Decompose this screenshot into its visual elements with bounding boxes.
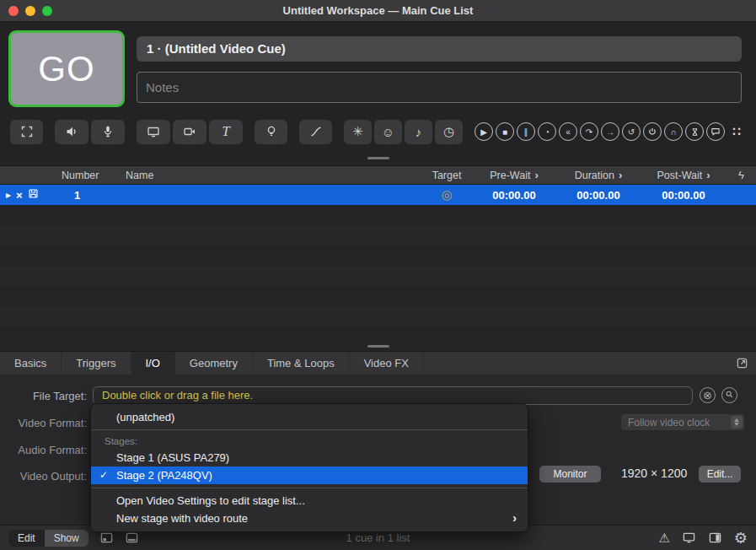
column-name[interactable]: Name bbox=[118, 170, 421, 181]
arrow-right-icon: → bbox=[606, 127, 614, 137]
upper-pane-splitter[interactable] bbox=[0, 150, 756, 165]
chevron-right-icon[interactable]: › bbox=[619, 169, 622, 181]
tab-video-fx[interactable]: Video FX bbox=[350, 352, 424, 375]
tab-io[interactable]: I/O bbox=[131, 352, 175, 375]
cue-list-header: Number Name Target Pre-Wait› Duration› P… bbox=[0, 165, 756, 185]
search-target-button[interactable] bbox=[721, 387, 737, 403]
music-note-button[interactable]: ♪ bbox=[405, 120, 432, 144]
monitor-button[interactable]: Monitor bbox=[539, 466, 601, 483]
stage-dropdown-menu: (unpatched) Stages: Stage 1 (ASUS PA279)… bbox=[90, 403, 528, 532]
file-target-field[interactable]: Double click or drag a file here. bbox=[93, 386, 693, 405]
display-icon bbox=[147, 125, 160, 138]
cue-duration[interactable]: 00:00.00 bbox=[556, 189, 641, 202]
undo-button[interactable]: ↺ bbox=[622, 122, 641, 141]
pause-button[interactable]: ∥ bbox=[517, 122, 535, 141]
disclosure-icon[interactable]: ▸ bbox=[6, 189, 11, 201]
edit-mode-button[interactable]: Edit bbox=[8, 530, 45, 547]
cue-target-cell[interactable]: ◎ bbox=[421, 187, 472, 202]
stop-icon: ■ bbox=[502, 127, 507, 137]
workspaces-button[interactable]: ∷ bbox=[727, 122, 746, 141]
hourglass-icon bbox=[690, 127, 700, 137]
stop-button[interactable]: ■ bbox=[496, 122, 514, 141]
detach-inspector-icon[interactable] bbox=[736, 357, 748, 373]
video-button[interactable] bbox=[137, 120, 170, 144]
header-section: GO 1 · (Untitled Video Cue) bbox=[0, 22, 756, 113]
power-button[interactable] bbox=[643, 122, 662, 141]
clock-button[interactable]: ◷ bbox=[435, 120, 463, 144]
snowflake-button[interactable]: ✳ bbox=[344, 120, 372, 144]
continue-button[interactable]: → bbox=[601, 122, 619, 141]
cue-row[interactable]: ▸ × 1 ◎ 00:00.00 00:00.00 00:00.00 bbox=[0, 185, 756, 205]
fade-curve-icon bbox=[309, 125, 323, 138]
search-icon bbox=[725, 389, 734, 402]
menu-item-stage2[interactable]: ✓ Stage 2 (PA248QV) bbox=[91, 466, 528, 484]
splitter-handle-icon bbox=[367, 345, 389, 348]
cue-count: 1 cue in 1 list bbox=[346, 531, 410, 544]
tab-basics[interactable]: Basics bbox=[0, 352, 62, 375]
panic-icon: ◔ bbox=[544, 127, 550, 137]
cue-post-wait[interactable]: 00:00.00 bbox=[641, 189, 727, 202]
column-target[interactable]: Target bbox=[421, 170, 472, 181]
list-view-icon[interactable] bbox=[99, 531, 114, 544]
notes-input[interactable] bbox=[137, 72, 742, 103]
skip-back-icon: « bbox=[566, 127, 571, 137]
go-button[interactable]: GO bbox=[8, 30, 125, 107]
select-chevrons-icon bbox=[731, 416, 743, 429]
menu-item-open-video-settings[interactable]: Open Video Settings to edit stage list..… bbox=[91, 492, 528, 510]
lightning-icon: ϟ bbox=[738, 169, 744, 181]
column-pre-wait[interactable]: Pre-Wait› bbox=[472, 169, 556, 181]
headphones-button[interactable]: ∩ bbox=[664, 122, 683, 141]
panic-button[interactable]: ◔ bbox=[538, 122, 556, 141]
play-button[interactable]: ▶ bbox=[475, 122, 493, 141]
column-duration[interactable]: Duration› bbox=[556, 169, 641, 181]
tab-geometry[interactable]: Geometry bbox=[175, 352, 253, 375]
column-continue[interactable]: ϟ bbox=[727, 169, 756, 181]
tab-time-loops[interactable]: Time & Loops bbox=[253, 352, 350, 375]
column-number[interactable]: Number bbox=[54, 170, 118, 181]
headphones-icon: ∩ bbox=[670, 127, 676, 137]
speaker-icon bbox=[65, 125, 78, 138]
fullscreen-button[interactable] bbox=[10, 120, 43, 144]
column-post-wait[interactable]: Post-Wait› bbox=[641, 169, 727, 181]
cue-list-empty-area[interactable] bbox=[0, 205, 756, 341]
inspector-tabs: Basics Triggers I/O Geometry Time & Loop… bbox=[0, 351, 756, 375]
skip-back-button[interactable]: « bbox=[559, 122, 577, 141]
inspector-splitter[interactable] bbox=[0, 341, 756, 351]
smiley-button[interactable]: ☺ bbox=[374, 120, 402, 144]
clear-target-button[interactable]: ⊗ bbox=[700, 387, 716, 403]
gear-icon[interactable]: ⚙ bbox=[734, 529, 748, 547]
text-icon: T bbox=[222, 123, 229, 140]
expand-icon bbox=[20, 125, 34, 138]
text-button[interactable]: T bbox=[209, 120, 243, 144]
light-button[interactable] bbox=[255, 120, 287, 144]
cue-title-field[interactable]: 1 · (Untitled Video Cue) bbox=[137, 36, 742, 62]
grid-icon: ∷ bbox=[732, 124, 741, 139]
show-mode-button[interactable]: Show bbox=[45, 530, 88, 547]
play-icon: ▶ bbox=[480, 127, 487, 137]
qlab-workspace-window: Untitled Workspace — Main Cue List GO 1 … bbox=[0, 0, 756, 550]
chevron-right-icon[interactable]: › bbox=[534, 169, 538, 181]
monitor-icon[interactable] bbox=[682, 531, 696, 544]
follow-video-clock-select[interactable]: Follow video clock bbox=[621, 414, 744, 430]
message-button[interactable] bbox=[706, 122, 725, 141]
cue-pre-wait[interactable]: 00:00.00 bbox=[472, 189, 556, 202]
cart-view-icon[interactable] bbox=[125, 531, 139, 544]
redo-button[interactable]: ↷ bbox=[580, 122, 598, 141]
camera-button[interactable] bbox=[173, 120, 206, 144]
toolbar: T ✳ ☺ ♪ ◷ ▶ ■ ∥ ◔ « ↷ → ↺ ∩ bbox=[0, 113, 756, 150]
menu-separator bbox=[91, 429, 528, 430]
hourglass-button[interactable] bbox=[685, 122, 704, 141]
menu-item-unpatched[interactable]: (unpatched) bbox=[91, 408, 528, 426]
audio-levels-button[interactable] bbox=[55, 120, 88, 144]
menu-item-new-stage[interactable]: New stage with video route › bbox=[91, 510, 528, 527]
warning-icon[interactable]: ⚠ bbox=[658, 531, 669, 546]
menu-item-stage1[interactable]: Stage 1 (ASUS PA279) bbox=[91, 449, 528, 466]
mic-button[interactable] bbox=[91, 120, 125, 144]
edit-surface-button[interactable]: Edit... bbox=[699, 466, 741, 483]
sidebar-toggle-icon[interactable] bbox=[708, 531, 722, 544]
tab-triggers[interactable]: Triggers bbox=[62, 352, 131, 375]
snowflake-icon: ✳ bbox=[352, 124, 363, 139]
fade-tool-button[interactable] bbox=[299, 120, 332, 144]
circle-x-icon: ⊗ bbox=[703, 389, 712, 402]
chevron-right-icon[interactable]: › bbox=[706, 169, 710, 181]
